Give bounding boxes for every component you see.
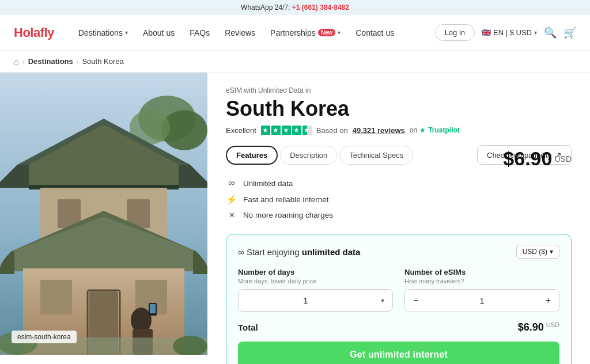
flag-icon: 🇬🇧 — [482, 28, 491, 37]
product-tabs: Features Description Technical Specs — [226, 146, 413, 165]
feature-unlimited-data: ∞ Unlimited data — [226, 175, 572, 191]
nav-right: Log in 🇬🇧 EN | $ USD ▾ 🔍 🛒 — [435, 24, 576, 41]
infinity-icon-small: ∞ — [238, 247, 247, 257]
total-currency: USD — [546, 321, 559, 328]
esims-selector: − 1 + — [404, 289, 559, 312]
infinity-icon: ∞ — [226, 178, 237, 188]
feature-fast-internet: ⚡ Fast and reliable internet — [226, 191, 572, 208]
get-unlimited-button[interactable]: Get unlimited internet — [238, 342, 559, 364]
no-roaming-icon: ✕ — [226, 211, 237, 219]
main-content: esim-south-korea eSIM with Unlimited Dat… — [0, 73, 590, 364]
product-info: eSIM with Unlimited Data in South Korea … — [207, 73, 590, 364]
product-price: $6.90 — [503, 147, 552, 169]
product-price-area: $6.90USD — [503, 147, 572, 170]
price-currency: USD — [554, 154, 572, 164]
chevron-down-icon: ▾ — [550, 248, 553, 256]
tab-description[interactable]: Description — [280, 146, 337, 165]
trustpilot-logo[interactable]: Trustpilot — [428, 126, 460, 134]
nav-destinations[interactable]: Destinations ▾ — [73, 24, 134, 42]
banner-text: WhatsApp 24/7: — [241, 3, 290, 12]
star-1 — [261, 126, 270, 135]
image-label: esim-south-korea — [12, 331, 77, 343]
total-price: $6.90 — [518, 321, 544, 333]
breadcrumb-destinations[interactable]: Destinations — [28, 57, 73, 66]
breadcrumb-sep: › — [22, 58, 25, 65]
total-price-area: $6.90 USD — [518, 321, 559, 333]
days-sublabel: More days, lower daily price — [238, 278, 393, 285]
order-box: ∞ Start enjoying unlimited data USD ($) … — [226, 234, 572, 364]
star-3 — [282, 126, 291, 135]
order-fields: Number of days More days, lower daily pr… — [238, 268, 559, 312]
chevron-down-icon: ▾ — [125, 29, 128, 36]
whatsapp-phone[interactable]: +1 (661) 384-8482 — [292, 3, 349, 12]
cart-icon[interactable]: 🛒 — [563, 26, 576, 39]
product-image — [0, 73, 207, 355]
nav-about[interactable]: About us — [137, 24, 180, 42]
rating-label: Excellent — [226, 126, 256, 135]
nav-partnerships[interactable]: Partnerships New ▾ — [264, 24, 346, 42]
esim-label: eSIM with Unlimited Data in — [226, 86, 572, 94]
rating-row: Excellent Based on 49,321 reviews on ★ T… — [226, 126, 572, 135]
nav-contact[interactable]: Contact us — [350, 24, 400, 42]
breadcrumb: ⌂ › Destinations › South Korea — [0, 51, 590, 73]
days-label: Number of days — [238, 268, 393, 276]
days-dropdown-arrow[interactable]: ▾ — [373, 291, 392, 310]
navbar: Holafly Destinations ▾ About us FAQs Rev… — [0, 15, 590, 51]
login-button[interactable]: Log in — [435, 24, 475, 41]
star-rating — [261, 126, 312, 135]
product-header-row: South Korea $6.90USD — [226, 97, 572, 126]
star-4 — [292, 126, 301, 135]
feature-no-roaming: ✕ No more roaming charges — [226, 208, 572, 222]
days-value: 1 — [239, 290, 373, 311]
breadcrumb-current: South Korea — [82, 57, 123, 66]
logo[interactable]: Holafly — [14, 25, 54, 40]
breadcrumb-sep: › — [77, 58, 79, 65]
esims-minus-button[interactable]: − — [405, 290, 426, 312]
order-box-title: ∞ Start enjoying unlimited data — [238, 247, 360, 257]
product-title: South Korea — [226, 97, 349, 121]
chevron-down-icon: ▾ — [338, 29, 341, 36]
trustpilot-label: on ★ Trustpilot — [410, 126, 460, 134]
trustpilot-star-icon: ★ — [419, 126, 426, 134]
days-selector: 1 ▾ — [238, 289, 393, 312]
nav-reviews[interactable]: Reviews — [219, 24, 261, 42]
features-list: ∞ Unlimited data ⚡ Fast and reliable int… — [226, 175, 572, 222]
home-icon[interactable]: ⌂ — [14, 56, 19, 66]
esims-label: Number of eSIMs — [404, 268, 559, 276]
new-badge: New — [318, 29, 336, 36]
language-selector[interactable]: 🇬🇧 EN | $ USD ▾ — [482, 28, 537, 37]
lightning-icon: ⚡ — [226, 194, 237, 205]
order-box-header: ∞ Start enjoying unlimited data USD ($) … — [238, 245, 559, 259]
esims-field: Number of eSIMs How many travelers? − 1 … — [404, 268, 559, 312]
svg-rect-15 — [40, 280, 72, 314]
esims-sublabel: How many travelers? — [404, 278, 559, 285]
nav-faqs[interactable]: FAQs — [184, 24, 215, 42]
days-field: Number of days More days, lower daily pr… — [238, 268, 393, 312]
tab-technical-specs[interactable]: Technical Specs — [339, 146, 413, 165]
chevron-down-icon: ▾ — [534, 29, 537, 36]
based-on-text: Based on — [316, 126, 348, 135]
esims-plus-button[interactable]: + — [538, 290, 559, 312]
svg-rect-20 — [150, 304, 156, 313]
order-total-row: Total $6.90 USD — [238, 321, 559, 333]
esims-value: 1 — [426, 290, 537, 312]
star-5 — [302, 126, 312, 135]
product-image-container: esim-south-korea — [0, 73, 207, 355]
nav-links: Destinations ▾ About us FAQs Reviews Par… — [73, 24, 435, 42]
tab-features[interactable]: Features — [226, 146, 278, 165]
currency-selector[interactable]: USD ($) ▾ — [516, 245, 559, 259]
top-banner: WhatsApp 24/7: +1 (661) 384-8482 — [0, 0, 590, 15]
total-label: Total — [238, 323, 258, 332]
search-icon[interactable]: 🔍 — [544, 26, 557, 39]
star-2 — [271, 126, 281, 135]
reviews-link[interactable]: 49,321 reviews — [353, 126, 405, 135]
